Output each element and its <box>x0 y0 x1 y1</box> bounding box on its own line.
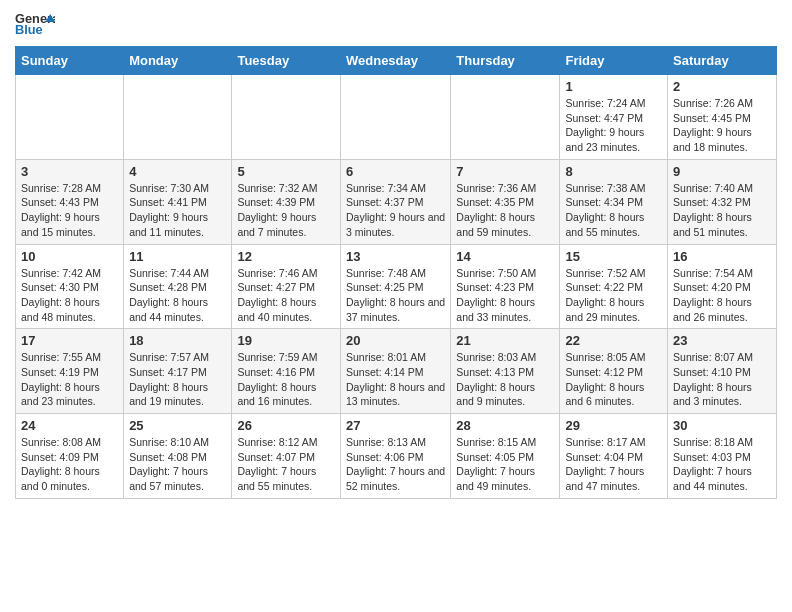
day-info: Sunrise: 7:32 AMSunset: 4:39 PMDaylight:… <box>237 181 335 240</box>
day-number: 20 <box>346 333 445 348</box>
day-number: 29 <box>565 418 662 433</box>
day-info: Sunrise: 7:50 AMSunset: 4:23 PMDaylight:… <box>456 266 554 325</box>
day-number: 8 <box>565 164 662 179</box>
calendar-cell: 16Sunrise: 7:54 AMSunset: 4:20 PMDayligh… <box>668 244 777 329</box>
logo-icon: General Blue <box>15 10 55 38</box>
day-info: Sunrise: 7:54 AMSunset: 4:20 PMDaylight:… <box>673 266 771 325</box>
day-info: Sunrise: 8:15 AMSunset: 4:05 PMDaylight:… <box>456 435 554 494</box>
day-number: 2 <box>673 79 771 94</box>
calendar-cell: 19Sunrise: 7:59 AMSunset: 4:16 PMDayligh… <box>232 329 341 414</box>
weekday-header-friday: Friday <box>560 47 668 75</box>
calendar-cell: 23Sunrise: 8:07 AMSunset: 4:10 PMDayligh… <box>668 329 777 414</box>
day-info: Sunrise: 7:57 AMSunset: 4:17 PMDaylight:… <box>129 350 226 409</box>
day-info: Sunrise: 8:03 AMSunset: 4:13 PMDaylight:… <box>456 350 554 409</box>
calendar-cell: 8Sunrise: 7:38 AMSunset: 4:34 PMDaylight… <box>560 159 668 244</box>
calendar-cell: 14Sunrise: 7:50 AMSunset: 4:23 PMDayligh… <box>451 244 560 329</box>
calendar-cell: 20Sunrise: 8:01 AMSunset: 4:14 PMDayligh… <box>340 329 450 414</box>
calendar-cell <box>16 75 124 160</box>
day-number: 28 <box>456 418 554 433</box>
day-number: 23 <box>673 333 771 348</box>
calendar-cell: 26Sunrise: 8:12 AMSunset: 4:07 PMDayligh… <box>232 414 341 499</box>
day-number: 11 <box>129 249 226 264</box>
calendar-cell: 5Sunrise: 7:32 AMSunset: 4:39 PMDaylight… <box>232 159 341 244</box>
calendar-cell <box>124 75 232 160</box>
calendar-cell: 21Sunrise: 8:03 AMSunset: 4:13 PMDayligh… <box>451 329 560 414</box>
calendar-week-row: 17Sunrise: 7:55 AMSunset: 4:19 PMDayligh… <box>16 329 777 414</box>
calendar-cell: 6Sunrise: 7:34 AMSunset: 4:37 PMDaylight… <box>340 159 450 244</box>
day-number: 21 <box>456 333 554 348</box>
day-number: 26 <box>237 418 335 433</box>
day-info: Sunrise: 7:44 AMSunset: 4:28 PMDaylight:… <box>129 266 226 325</box>
day-number: 19 <box>237 333 335 348</box>
day-info: Sunrise: 8:18 AMSunset: 4:03 PMDaylight:… <box>673 435 771 494</box>
calendar-cell: 27Sunrise: 8:13 AMSunset: 4:06 PMDayligh… <box>340 414 450 499</box>
calendar-cell <box>340 75 450 160</box>
day-info: Sunrise: 7:38 AMSunset: 4:34 PMDaylight:… <box>565 181 662 240</box>
calendar-table: SundayMondayTuesdayWednesdayThursdayFrid… <box>15 46 777 499</box>
day-info: Sunrise: 7:36 AMSunset: 4:35 PMDaylight:… <box>456 181 554 240</box>
calendar-cell: 15Sunrise: 7:52 AMSunset: 4:22 PMDayligh… <box>560 244 668 329</box>
calendar-cell: 22Sunrise: 8:05 AMSunset: 4:12 PMDayligh… <box>560 329 668 414</box>
calendar-cell: 30Sunrise: 8:18 AMSunset: 4:03 PMDayligh… <box>668 414 777 499</box>
day-number: 30 <box>673 418 771 433</box>
day-info: Sunrise: 7:42 AMSunset: 4:30 PMDaylight:… <box>21 266 118 325</box>
day-info: Sunrise: 8:12 AMSunset: 4:07 PMDaylight:… <box>237 435 335 494</box>
day-info: Sunrise: 8:13 AMSunset: 4:06 PMDaylight:… <box>346 435 445 494</box>
page-header: General Blue <box>15 10 777 40</box>
day-info: Sunrise: 7:52 AMSunset: 4:22 PMDaylight:… <box>565 266 662 325</box>
day-info: Sunrise: 7:46 AMSunset: 4:27 PMDaylight:… <box>237 266 335 325</box>
calendar-header-row: SundayMondayTuesdayWednesdayThursdayFrid… <box>16 47 777 75</box>
day-number: 14 <box>456 249 554 264</box>
day-number: 15 <box>565 249 662 264</box>
day-number: 6 <box>346 164 445 179</box>
calendar-cell: 3Sunrise: 7:28 AMSunset: 4:43 PMDaylight… <box>16 159 124 244</box>
calendar-cell: 12Sunrise: 7:46 AMSunset: 4:27 PMDayligh… <box>232 244 341 329</box>
day-number: 17 <box>21 333 118 348</box>
day-info: Sunrise: 7:59 AMSunset: 4:16 PMDaylight:… <box>237 350 335 409</box>
calendar-cell <box>232 75 341 160</box>
day-info: Sunrise: 8:05 AMSunset: 4:12 PMDaylight:… <box>565 350 662 409</box>
calendar-cell: 2Sunrise: 7:26 AMSunset: 4:45 PMDaylight… <box>668 75 777 160</box>
day-number: 13 <box>346 249 445 264</box>
day-info: Sunrise: 7:55 AMSunset: 4:19 PMDaylight:… <box>21 350 118 409</box>
day-info: Sunrise: 8:10 AMSunset: 4:08 PMDaylight:… <box>129 435 226 494</box>
day-info: Sunrise: 7:48 AMSunset: 4:25 PMDaylight:… <box>346 266 445 325</box>
day-info: Sunrise: 8:07 AMSunset: 4:10 PMDaylight:… <box>673 350 771 409</box>
calendar-week-row: 10Sunrise: 7:42 AMSunset: 4:30 PMDayligh… <box>16 244 777 329</box>
weekday-header-tuesday: Tuesday <box>232 47 341 75</box>
day-info: Sunrise: 7:26 AMSunset: 4:45 PMDaylight:… <box>673 96 771 155</box>
calendar-cell: 29Sunrise: 8:17 AMSunset: 4:04 PMDayligh… <box>560 414 668 499</box>
day-info: Sunrise: 7:40 AMSunset: 4:32 PMDaylight:… <box>673 181 771 240</box>
day-number: 22 <box>565 333 662 348</box>
weekday-header-saturday: Saturday <box>668 47 777 75</box>
logo: General Blue <box>15 10 55 40</box>
svg-text:Blue: Blue <box>15 22 43 37</box>
calendar-cell: 1Sunrise: 7:24 AMSunset: 4:47 PMDaylight… <box>560 75 668 160</box>
calendar-cell <box>451 75 560 160</box>
day-number: 16 <box>673 249 771 264</box>
day-info: Sunrise: 8:08 AMSunset: 4:09 PMDaylight:… <box>21 435 118 494</box>
weekday-header-wednesday: Wednesday <box>340 47 450 75</box>
day-number: 10 <box>21 249 118 264</box>
day-info: Sunrise: 8:17 AMSunset: 4:04 PMDaylight:… <box>565 435 662 494</box>
day-info: Sunrise: 8:01 AMSunset: 4:14 PMDaylight:… <box>346 350 445 409</box>
calendar-cell: 18Sunrise: 7:57 AMSunset: 4:17 PMDayligh… <box>124 329 232 414</box>
day-number: 9 <box>673 164 771 179</box>
calendar-cell: 11Sunrise: 7:44 AMSunset: 4:28 PMDayligh… <box>124 244 232 329</box>
weekday-header-sunday: Sunday <box>16 47 124 75</box>
calendar-cell: 25Sunrise: 8:10 AMSunset: 4:08 PMDayligh… <box>124 414 232 499</box>
day-info: Sunrise: 7:28 AMSunset: 4:43 PMDaylight:… <box>21 181 118 240</box>
day-number: 1 <box>565 79 662 94</box>
weekday-header-thursday: Thursday <box>451 47 560 75</box>
calendar-cell: 7Sunrise: 7:36 AMSunset: 4:35 PMDaylight… <box>451 159 560 244</box>
day-info: Sunrise: 7:34 AMSunset: 4:37 PMDaylight:… <box>346 181 445 240</box>
day-number: 4 <box>129 164 226 179</box>
calendar-cell: 17Sunrise: 7:55 AMSunset: 4:19 PMDayligh… <box>16 329 124 414</box>
day-number: 12 <box>237 249 335 264</box>
day-number: 5 <box>237 164 335 179</box>
calendar-cell: 9Sunrise: 7:40 AMSunset: 4:32 PMDaylight… <box>668 159 777 244</box>
weekday-header-monday: Monday <box>124 47 232 75</box>
calendar-cell: 24Sunrise: 8:08 AMSunset: 4:09 PMDayligh… <box>16 414 124 499</box>
day-number: 25 <box>129 418 226 433</box>
calendar-cell: 28Sunrise: 8:15 AMSunset: 4:05 PMDayligh… <box>451 414 560 499</box>
